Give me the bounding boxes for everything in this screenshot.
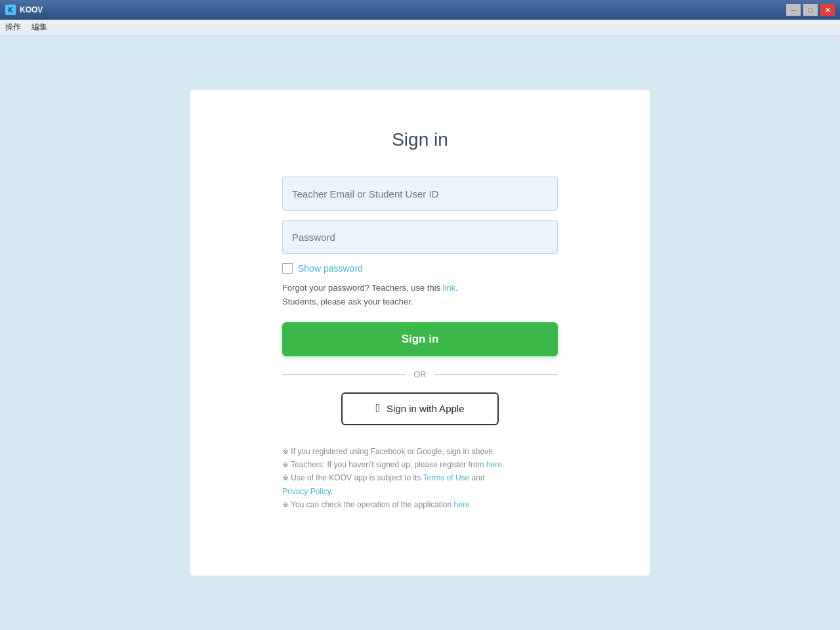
show-password-label[interactable]: Show password: [298, 263, 363, 274]
apple-signin-button[interactable]:  Sign in with Apple: [341, 392, 499, 425]
menu-item-actions[interactable]: 操作: [5, 22, 21, 33]
login-card: Sign in Show password Forgot your passwo…: [190, 90, 650, 576]
or-line-left: [282, 374, 406, 375]
forgot-link[interactable]: link: [443, 283, 456, 293]
footer-note-1: ※ If you registered using Facebook or Go…: [282, 445, 558, 458]
footer-note-5: ※ You can check the operation of the app…: [282, 498, 558, 511]
apple-signin-label: Sign in with Apple: [387, 403, 464, 414]
app-name: KOOV: [20, 5, 43, 14]
app-icon: K: [5, 5, 16, 15]
restore-button[interactable]: □: [803, 4, 818, 16]
or-divider: OR: [282, 369, 558, 379]
or-line-right: [434, 374, 558, 375]
close-button[interactable]: ✕: [820, 4, 835, 16]
apple-icon: : [376, 402, 381, 415]
operation-check-link[interactable]: here: [454, 500, 470, 509]
page-title: Sign in: [392, 129, 448, 150]
menu-bar: 操作 編集: [0, 20, 840, 35]
title-bar-controls: ─ □ ✕: [786, 4, 835, 16]
main-area: Sign in Show password Forgot your passwo…: [0, 35, 840, 630]
forgot-password-text: Forgot your password? Teachers, use this…: [282, 282, 558, 309]
terms-link[interactable]: Terms of Use: [423, 473, 470, 482]
privacy-link[interactable]: Privacy Policy: [282, 487, 331, 496]
email-input[interactable]: [282, 177, 558, 211]
title-bar: K KOOV ─ □ ✕: [0, 0, 840, 20]
footer-notes: ※ If you registered using Facebook or Go…: [282, 445, 558, 512]
footer-note-3: ※ Use of the KOOV app is subject to its …: [282, 471, 558, 484]
minimize-button[interactable]: ─: [786, 4, 801, 16]
register-link[interactable]: here: [486, 460, 502, 469]
signin-button[interactable]: Sign in: [282, 322, 558, 356]
footer-note-4: Privacy Policy.: [282, 485, 558, 498]
footer-note-2: ※ Teachers: If you haven't signed up, pl…: [282, 458, 558, 471]
title-bar-left: K KOOV: [5, 5, 43, 15]
menu-item-edit[interactable]: 編集: [32, 22, 47, 33]
show-password-checkbox[interactable]: [282, 263, 293, 274]
show-password-row: Show password: [282, 263, 558, 274]
or-text: OR: [413, 369, 427, 379]
password-input[interactable]: [282, 220, 558, 254]
